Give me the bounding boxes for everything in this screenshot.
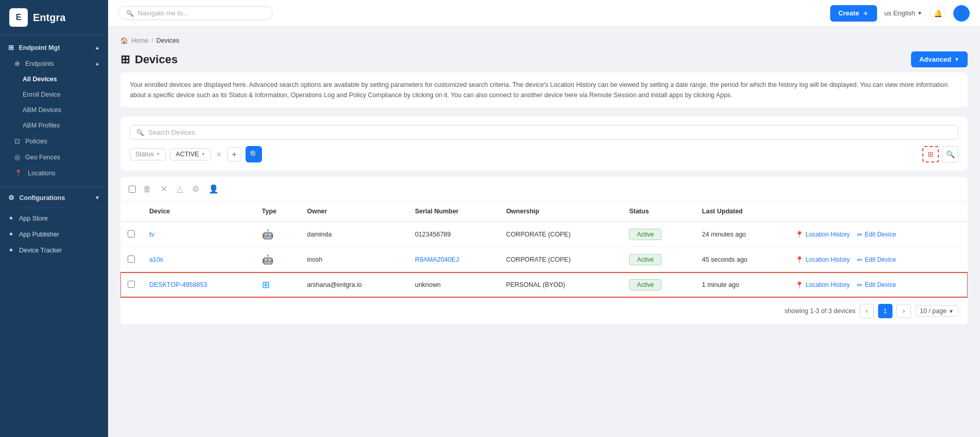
- location-history-link[interactable]: 📍 Location History: [795, 281, 850, 289]
- col-ownership: Ownership: [499, 202, 622, 222]
- col-status: Status: [622, 202, 694, 222]
- create-button[interactable]: Create ＋: [830, 5, 877, 22]
- owner-cell: inosh: [300, 247, 408, 272]
- edit-icon: ✏: [857, 231, 863, 239]
- locations-icon: 📍: [14, 169, 23, 177]
- edit-device-link[interactable]: ✏ Edit Device: [857, 231, 896, 239]
- sidebar-item-geo-fences[interactable]: ◎ Geo Fences: [0, 149, 108, 165]
- filter-area: 🔍 Search Devices Status ▼ ACTIVE ▼ ✕ ＋ 🔍: [120, 117, 968, 171]
- actions-cell: 📍 Location History ✏ Edit Device: [795, 256, 960, 264]
- sidebar-item-policies[interactable]: ⊡ Policies: [0, 133, 108, 149]
- prev-page-button[interactable]: ‹: [860, 304, 874, 318]
- device-name-link[interactable]: a10s: [149, 256, 163, 263]
- location-icon: 📍: [795, 281, 803, 289]
- edit-device-link[interactable]: ✏ Edit Device: [857, 281, 896, 289]
- ownership-cell: CORPORATE (COPE): [499, 247, 622, 272]
- table-layout-icon: ⊞: [927, 150, 934, 158]
- col-actions: [788, 202, 968, 222]
- breadcrumb-home[interactable]: Home: [131, 37, 148, 44]
- breadcrumb: 🏠 Home / Devices: [120, 37, 968, 44]
- sidebar-item-abm-devices[interactable]: ABM Devices: [0, 102, 108, 118]
- row-checkbox[interactable]: [128, 281, 135, 288]
- sidebar-logo[interactable]: E Entgra: [0, 0, 108, 35]
- active-filter-chip[interactable]: ACTIVE ▼: [170, 148, 211, 160]
- chevron-down-icon: ▼: [155, 152, 160, 157]
- row-checkbox[interactable]: [128, 230, 135, 238]
- search-placeholder: Search Devices: [148, 129, 195, 136]
- sidebar-item-all-devices[interactable]: All Devices: [0, 71, 108, 87]
- notifications-bell[interactable]: 🔔: [930, 5, 946, 22]
- col-serial: Serial Number: [408, 202, 499, 222]
- user-avatar[interactable]: 👤: [953, 5, 970, 22]
- col-type: Type: [255, 202, 300, 222]
- filter-row: Status ▼ ACTIVE ▼ ✕ ＋ 🔍 ⊞: [130, 146, 958, 162]
- sidebar-item-device-tracker[interactable]: ✦ Device Tracker: [0, 242, 108, 258]
- edit-device-link[interactable]: ✏ Edit Device: [857, 256, 896, 264]
- chevron-down-icon: ▼: [95, 195, 100, 201]
- filter-right-actions: ⊞ 🔍: [922, 146, 958, 162]
- filter-search-button[interactable]: 🔍: [246, 146, 262, 162]
- breadcrumb-separator: /: [151, 37, 153, 44]
- filter-clear-button[interactable]: ✕: [215, 150, 223, 159]
- ownership-cell: CORPORATE (COPE): [499, 222, 622, 247]
- last-updated-cell: 24 minutes ago: [695, 222, 788, 247]
- device-name-link[interactable]: DESKTOP-4958853: [149, 281, 207, 288]
- sidebar-item-app-publisher[interactable]: ✦ App Publisher: [0, 226, 108, 242]
- language-selector[interactable]: us English ▼: [884, 9, 922, 17]
- col-device: Device: [142, 202, 255, 222]
- chevron-down-icon: ▼: [201, 152, 206, 157]
- table-row: a10s🤖inoshR9AMA2040EJCORPORATE (COPE)Act…: [120, 247, 968, 272]
- app-publisher-icon: ✦: [8, 230, 14, 238]
- location-history-link[interactable]: 📍 Location History: [795, 231, 850, 239]
- sidebar-item-app-store[interactable]: ✦ App Store: [0, 210, 108, 226]
- nav-search-placeholder: Navigate me to...: [138, 9, 188, 17]
- plus-icon: ＋: [862, 9, 869, 18]
- devices-table-area: 🗑 ✕ △ ⚙ 👤 Device Type Owner Serial Numbe…: [120, 177, 968, 324]
- topbar-right: Create ＋ us English ▼ 🔔 👤: [830, 5, 970, 22]
- search-row[interactable]: 🔍 Search Devices: [130, 125, 958, 140]
- settings-icon[interactable]: ⚙: [190, 183, 201, 195]
- devices-table: Device Type Owner Serial Number Ownershi…: [120, 202, 968, 297]
- actions-cell: 📍 Location History ✏ Edit Device: [795, 281, 960, 289]
- nav-search[interactable]: 🔍 Navigate me to...: [118, 6, 273, 20]
- sidebar-item-locations[interactable]: 📍 Locations: [0, 165, 108, 181]
- close-icon[interactable]: ✕: [159, 183, 169, 195]
- status-badge: Active: [629, 279, 661, 290]
- table-row: DESKTOP-4958853⊞arshana@entgra.iounknown…: [120, 272, 968, 298]
- delete-icon[interactable]: 🗑: [141, 184, 153, 195]
- android-icon: 🤖: [262, 254, 273, 265]
- next-page-button[interactable]: ›: [897, 304, 911, 318]
- owner-cell: arshana@entgra.io: [300, 272, 408, 298]
- table-layout-icon-btn[interactable]: ⊞: [922, 146, 939, 162]
- sidebar-item-abm-profiles[interactable]: ABM Profiles: [0, 118, 108, 133]
- location-icon: 📍: [795, 256, 803, 264]
- sidebar-group-configurations[interactable]: ⚙ Configurations ▼: [0, 190, 108, 206]
- table-row: tv🤖daminda0123456789CORPORATE (COPE)Acti…: [120, 222, 968, 247]
- advanced-button[interactable]: Advanced ▼: [911, 51, 968, 67]
- page-title: ⊞ Devices: [120, 53, 178, 66]
- sidebar-item-endpoints[interactable]: ⊕ Endpoints ▲: [0, 56, 108, 71]
- page-1-button[interactable]: 1: [878, 304, 892, 318]
- table-toolbar: 🗑 ✕ △ ⚙ 👤: [120, 177, 968, 202]
- row-checkbox[interactable]: [128, 256, 135, 263]
- location-history-link[interactable]: 📍 Location History: [795, 256, 850, 264]
- person-icon[interactable]: 👤: [206, 183, 221, 195]
- filter-add-button[interactable]: ＋: [227, 147, 241, 161]
- status-filter-chip[interactable]: Status ▼: [130, 148, 166, 160]
- sidebar-item-enroll-device[interactable]: Enroll Device: [0, 87, 108, 102]
- sidebar: E Entgra ⊞ Endpoint Mgt ▲ ⊕ Endpoints ▲ …: [0, 0, 108, 437]
- endpoints-icon: ⊕: [14, 60, 20, 67]
- location-icon: 📍: [795, 231, 803, 239]
- sidebar-group-endpoint-mgt[interactable]: ⊞ Endpoint Mgt ▲: [0, 40, 108, 56]
- chevron-down-icon: ▼: [949, 308, 954, 314]
- select-all-checkbox[interactable]: [129, 186, 136, 193]
- last-updated-cell: 45 seconds ago: [695, 247, 788, 272]
- search-icon-btn[interactable]: 🔍: [942, 146, 958, 162]
- status-filter-label: Status: [135, 151, 153, 158]
- user-add-icon[interactable]: △: [174, 183, 185, 195]
- page-title-row: ⊞ Devices Advanced ▼: [120, 51, 968, 67]
- actions-cell: 📍 Location History ✏ Edit Device: [795, 231, 960, 239]
- per-page-selector[interactable]: 10 / page ▼: [915, 305, 958, 317]
- device-tracker-icon: ✦: [8, 246, 14, 254]
- device-name-link[interactable]: tv: [149, 231, 154, 238]
